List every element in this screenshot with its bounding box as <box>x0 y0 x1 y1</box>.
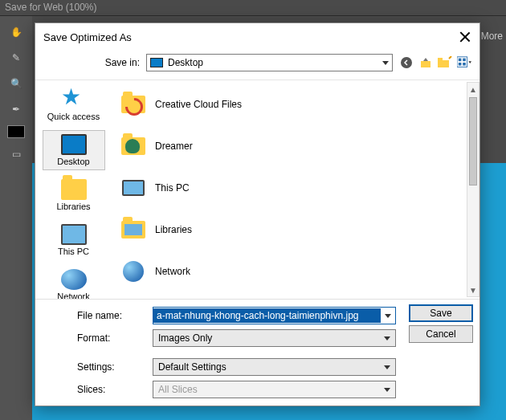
slices-value: All Slices <box>158 384 198 395</box>
form-area: File name: a-mat-nhung-khong-cach-long-t… <box>35 299 479 406</box>
places-bar: Quick access Desktop Libraries This PC N… <box>35 80 112 299</box>
format-value: Images Only <box>158 332 212 344</box>
list-item[interactable]: Creative Cloud Files <box>115 84 465 125</box>
save-in-label: Save in: <box>43 57 140 68</box>
chevron-down-icon <box>384 388 390 392</box>
new-folder-icon[interactable] <box>438 55 452 70</box>
list-item-label: Libraries <box>155 224 192 235</box>
svg-rect-6 <box>463 59 466 62</box>
place-this-pc[interactable]: This PC <box>43 220 105 260</box>
scroll-up-icon[interactable]: ▲ <box>467 83 479 96</box>
folder-icon <box>121 137 145 155</box>
place-libraries[interactable]: Libraries <box>43 175 105 215</box>
filename-label: File name: <box>42 310 146 321</box>
save-in-dropdown[interactable]: Desktop <box>146 54 393 71</box>
desktop-icon <box>150 58 163 67</box>
libraries-icon <box>61 179 87 200</box>
pc-icon <box>122 180 145 196</box>
scroll-down-icon[interactable]: ▼ <box>467 283 479 296</box>
scrollbar[interactable]: ▲ ▼ <box>467 82 479 297</box>
chevron-down-icon[interactable] <box>381 314 395 318</box>
list-item-label: Creative Cloud Files <box>155 99 242 110</box>
slices-label: Slices: <box>42 384 146 395</box>
network-icon <box>61 269 87 290</box>
star-icon <box>61 89 87 110</box>
view-menu-icon[interactable] <box>457 55 471 70</box>
learn-more-link[interactable]: More <box>481 31 503 42</box>
svg-rect-8 <box>463 63 466 66</box>
list-item-label: Dreamer <box>155 141 193 152</box>
list-item[interactable] <box>115 292 465 296</box>
eyedropper-tool-icon[interactable]: ✒ <box>6 100 26 119</box>
folder-icon <box>121 96 145 113</box>
place-label: Quick access <box>47 112 100 121</box>
filename-field[interactable]: a-mat-nhung-khong-cach-long-taimienphivn… <box>153 307 396 324</box>
list-item[interactable]: Dreamer <box>115 125 465 167</box>
list-item[interactable]: Network <box>115 251 465 292</box>
libraries-icon <box>121 221 145 239</box>
svg-rect-3 <box>438 58 443 61</box>
settings-value: Default Settings <box>158 361 226 373</box>
list-item-label: Network <box>155 266 190 277</box>
hand-tool-icon[interactable]: ✋ <box>6 22 26 42</box>
svg-rect-7 <box>459 63 462 66</box>
place-desktop[interactable]: Desktop <box>43 130 105 170</box>
svg-point-0 <box>401 57 412 68</box>
app-title: Save for Web (100%) <box>0 0 506 16</box>
file-list[interactable]: Creative Cloud Files Dreamer This PC Lib… <box>112 80 479 299</box>
desktop-icon <box>61 134 87 155</box>
slice-tool-icon[interactable]: ✎ <box>6 48 26 67</box>
filename-value: a-mat-nhung-khong-cach-long-taimienphivn… <box>153 308 381 323</box>
cancel-button[interactable]: Cancel <box>409 325 473 343</box>
format-dropdown[interactable]: Images Only <box>153 329 396 347</box>
place-quick-access[interactable]: Quick access <box>43 85 105 125</box>
format-label: Format: <box>42 332 146 344</box>
list-item[interactable]: Libraries <box>115 209 465 251</box>
svg-rect-2 <box>438 60 449 67</box>
zoom-tool-icon[interactable]: 🔍 <box>6 74 26 93</box>
pc-icon <box>61 224 87 245</box>
svg-rect-5 <box>459 59 462 62</box>
foreground-color-swatch[interactable] <box>7 125 25 138</box>
save-dialog: Save Optimized As Save in: Desktop <box>35 22 480 406</box>
save-button[interactable]: Save <box>409 304 473 322</box>
save-in-value: Desktop <box>168 57 203 68</box>
list-item-label: This PC <box>155 182 190 194</box>
settings-label: Settings: <box>42 361 146 373</box>
tools-strip: ✋ ✎ 🔍 ✒ ▭ <box>0 16 32 420</box>
dialog-title: Save Optimized As <box>43 31 459 43</box>
chevron-down-icon <box>382 61 389 65</box>
dialog-titlebar: Save Optimized As <box>35 23 479 51</box>
back-icon[interactable] <box>399 55 414 70</box>
svg-rect-1 <box>421 61 431 67</box>
slices-dropdown: All Slices <box>153 381 396 398</box>
chevron-down-icon <box>384 336 390 340</box>
chevron-down-icon <box>384 365 390 369</box>
up-one-level-icon[interactable] <box>418 55 433 70</box>
toggle-slices-icon[interactable]: ▭ <box>6 145 26 164</box>
network-icon <box>123 261 144 282</box>
place-label: Desktop <box>57 157 89 166</box>
scroll-thumb[interactable] <box>469 97 477 186</box>
list-item[interactable]: This PC <box>115 167 465 209</box>
close-icon[interactable] <box>459 31 471 43</box>
place-label: This PC <box>58 247 89 256</box>
place-label: Libraries <box>56 202 90 211</box>
settings-dropdown[interactable]: Default Settings <box>153 358 396 376</box>
